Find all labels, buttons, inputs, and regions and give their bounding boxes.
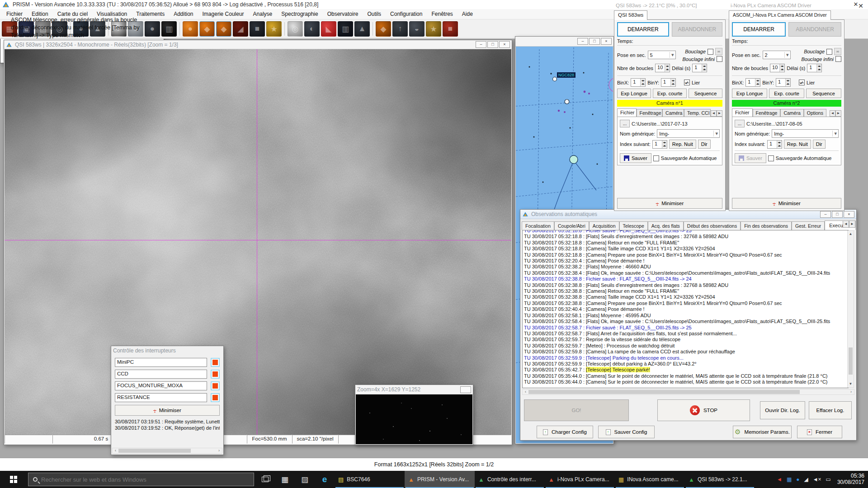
search-input[interactable] xyxy=(41,476,236,483)
tab-acquisition[interactable]: Acquisition xyxy=(589,221,619,230)
night-dir-button[interactable]: Rep. Nuit xyxy=(669,140,696,149)
eyepiece-icon[interactable]: ■ xyxy=(250,21,265,37)
next-index-stepper[interactable]: 1▲▼ xyxy=(652,140,667,149)
telescope-mount-icon[interactable]: ▲ xyxy=(354,21,370,37)
loop-infinite-checkbox[interactable] xyxy=(717,56,722,62)
tab-gest-erreur[interactable]: Gest. Erreur xyxy=(792,221,825,230)
start-button[interactable] xyxy=(0,471,27,488)
exposure-select[interactable]: 5▾ xyxy=(648,51,676,59)
open-log-dir-button[interactable]: Ouvrir Dir. Log. xyxy=(760,401,805,419)
minimize-icon[interactable]: – xyxy=(577,38,588,45)
down-icon[interactable]: ▼ xyxy=(665,68,670,71)
volume-alert-icon[interactable]: ◄ xyxy=(777,476,782,483)
switch-toggle-button[interactable] xyxy=(211,393,220,402)
dir-button[interactable]: Dir xyxy=(698,140,711,149)
up-icon[interactable]: ▲ xyxy=(665,64,670,68)
flash-icon[interactable]: ★ xyxy=(266,21,282,37)
tab-coupole-abri[interactable]: Coupole/Abri xyxy=(554,221,589,230)
scroll-right-icon[interactable]: › xyxy=(848,389,854,394)
observations-log[interactable]: TU 30/08/2017 05:32:18.8 : Fichier sauvé… xyxy=(522,230,849,388)
down-icon[interactable]: ▼ xyxy=(641,82,645,86)
tab-acq-des-flats[interactable]: Acq. des flats xyxy=(648,221,684,230)
link-checkbox[interactable]: ✓ xyxy=(799,80,805,85)
file-tab-fen-trage[interactable]: Fenêtrage xyxy=(753,109,781,117)
task-view-button[interactable] xyxy=(255,471,275,488)
stop-button[interactable]: STOP xyxy=(657,399,750,421)
clear-log-button[interactable]: Effacer Log. xyxy=(809,401,852,419)
comet-icon[interactable]: ★ xyxy=(426,21,441,37)
switch-toggle-button[interactable] xyxy=(211,381,220,390)
menu-spectrographie[interactable]: Spectrographie xyxy=(277,9,322,19)
menu-aide[interactable]: Aide xyxy=(458,9,477,19)
memorize-params-button[interactable]: ⚙ Memoriser Params. xyxy=(733,426,792,438)
loop-infinite-checkbox[interactable] xyxy=(835,56,841,62)
tab-scroll-right-icon[interactable]: ► xyxy=(835,110,841,117)
up-icon[interactable]: ▲ xyxy=(662,141,667,144)
chevron-down-icon[interactable]: ▾ xyxy=(670,52,675,58)
taskbar-app-bsc7646[interactable]: ▤ BSC7646 xyxy=(335,471,405,488)
sequence-button[interactable]: Sequence xyxy=(806,89,841,98)
go-button[interactable]: GO! xyxy=(524,399,629,421)
donut-icon[interactable]: ◎ xyxy=(288,21,303,37)
abort-button[interactable]: ABANDONNER xyxy=(672,22,723,37)
switch-name-field[interactable]: RESISTANCE xyxy=(115,393,207,402)
close-window-button[interactable]: × Fermer xyxy=(797,426,842,438)
scrollbar-thumb[interactable] xyxy=(528,390,800,394)
loop-checkbox[interactable] xyxy=(826,49,832,55)
up-icon[interactable]: ▲ xyxy=(817,64,821,68)
link-checkbox[interactable]: ✓ xyxy=(684,80,690,85)
tab-telescope[interactable]: Telescope xyxy=(619,221,648,230)
tab-scroll-right-icon[interactable]: ► xyxy=(849,221,855,228)
down-icon[interactable]: ▼ xyxy=(786,82,790,86)
file-tab-options[interactable]: Options xyxy=(804,109,826,117)
scroll-left-icon[interactable]: ‹ xyxy=(113,448,118,453)
long-exposure-button[interactable]: Exp Longue xyxy=(732,89,767,98)
maximize-icon[interactable]: □ xyxy=(589,38,600,45)
short-exposure-button[interactable]: Exp. courte xyxy=(769,89,804,98)
guide-camera-icon[interactable]: ◆ xyxy=(216,21,231,37)
up-icon[interactable]: ▲ xyxy=(786,79,790,82)
observatory-dome-icon[interactable]: ◐ xyxy=(304,21,320,37)
maximize-icon[interactable]: □ xyxy=(832,211,843,218)
tab-focalisation[interactable]: Focalisation xyxy=(522,221,554,230)
camera-orange-icon[interactable]: ◆ xyxy=(376,21,391,37)
save-button[interactable]: Sauver xyxy=(735,153,766,163)
down-icon[interactable]: ▼ xyxy=(662,144,667,148)
cancel-loop-button[interactable]: × xyxy=(715,48,722,55)
down-icon[interactable]: ▼ xyxy=(777,144,782,148)
save-button[interactable]: Sauver xyxy=(620,153,651,163)
scroll-up-icon[interactable]: ▲ xyxy=(848,231,854,237)
switch-toggle-button[interactable] xyxy=(211,358,220,367)
menu-addition[interactable]: Addition xyxy=(169,9,198,19)
long-exposure-button[interactable]: Exp Longue xyxy=(617,89,651,98)
observations-titlebar[interactable]: Observations automatiques – □ × xyxy=(520,210,856,219)
sequence-button[interactable]: Sequence xyxy=(689,89,722,98)
up-icon[interactable]: ▲ xyxy=(777,141,782,144)
scroll-right-icon[interactable]: › xyxy=(216,448,222,453)
sky-object-label[interactable]: NGC828 xyxy=(557,72,576,78)
close-icon[interactable]: ✕ xyxy=(858,2,863,9)
delay-stepper[interactable]: 1▲▼ xyxy=(692,64,707,72)
tab-scroll-left-icon[interactable]: ◄ xyxy=(711,110,717,117)
scrollbar-thumb[interactable] xyxy=(849,347,853,375)
dir-button[interactable]: Dir xyxy=(813,140,826,149)
scrollbar-thumb[interactable] xyxy=(118,449,191,453)
next-index-stepper[interactable]: 1▲▼ xyxy=(767,140,782,149)
file-tab-fichier[interactable]: Fichier xyxy=(617,108,637,117)
close-icon[interactable]: × xyxy=(601,38,612,45)
exposure-select[interactable]: 2▾ xyxy=(763,51,791,59)
dish-icon[interactable]: ◒ xyxy=(409,21,425,37)
save-config-button[interactable]: ↑ Sauver Config xyxy=(598,426,655,438)
switch-name-field[interactable]: MiniPC xyxy=(115,358,207,367)
vertical-scrollbar[interactable]: ▲ ▼ xyxy=(847,230,854,388)
zoom-window-titlebar[interactable]: Zoom=4x X=1629 Y=1252 xyxy=(355,385,473,394)
volume-muted-icon[interactable]: ◄× xyxy=(813,476,821,483)
switch-window-titlebar[interactable]: Contrôle des interrupteurs xyxy=(111,346,223,355)
biny-stepper[interactable]: 1▲▼ xyxy=(661,78,676,87)
abort-button[interactable]: ABANDONNER xyxy=(788,22,841,37)
short-exposure-button[interactable]: Exp. courte xyxy=(653,89,687,98)
nebula-icon[interactable]: ● xyxy=(183,21,198,37)
scroll-left-icon[interactable]: ‹ xyxy=(523,389,528,394)
menu-fen-tres[interactable]: Fenêtres xyxy=(427,9,457,19)
switch-name-field[interactable]: FOCUS_MONTURE_MOXA xyxy=(115,381,207,390)
